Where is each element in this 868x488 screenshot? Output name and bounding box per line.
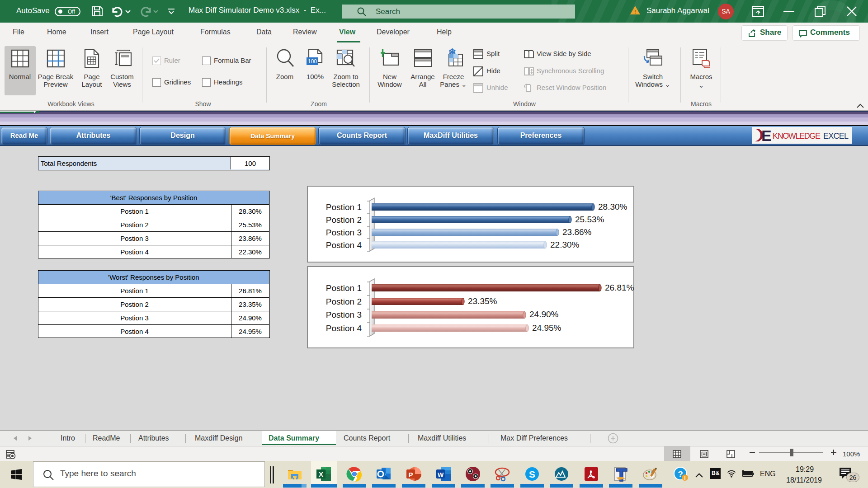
svg-text:22.30%: 22.30% xyxy=(550,240,580,249)
svg-text:Postion 2: Postion 2 xyxy=(326,215,362,225)
svg-text:24.95%: 24.95% xyxy=(532,323,561,333)
svg-text:23.35%: 23.35% xyxy=(468,296,497,306)
svg-text:KNOWLEDGE: KNOWLEDGE xyxy=(773,131,821,141)
svg-text:W: W xyxy=(438,471,444,479)
svg-text:X: X xyxy=(319,470,323,478)
svg-text:Postion 2: Postion 2 xyxy=(326,297,362,306)
svg-text:25.53%: 25.53% xyxy=(575,215,604,224)
svg-text:23.86%: 23.86% xyxy=(562,227,592,237)
svg-text:Postion 1: Postion 1 xyxy=(326,283,362,293)
svg-text:i: i xyxy=(684,475,685,481)
svg-text:E: E xyxy=(761,127,772,144)
svg-text:100: 100 xyxy=(308,58,317,65)
svg-text:S: S xyxy=(529,469,535,479)
svg-text:Postion 3: Postion 3 xyxy=(326,310,362,319)
svg-text:28.30%: 28.30% xyxy=(598,202,627,211)
svg-text:P: P xyxy=(408,471,413,479)
svg-text:26.81%: 26.81% xyxy=(605,283,634,292)
svg-text:Postion 4: Postion 4 xyxy=(326,240,362,250)
svg-text:Postion 1: Postion 1 xyxy=(326,202,362,212)
svg-text:EXCEL: EXCEL xyxy=(823,131,849,141)
svg-text:Postion 3: Postion 3 xyxy=(326,228,362,237)
svg-text:Postion 4: Postion 4 xyxy=(326,324,362,333)
svg-text:24.90%: 24.90% xyxy=(529,310,559,319)
